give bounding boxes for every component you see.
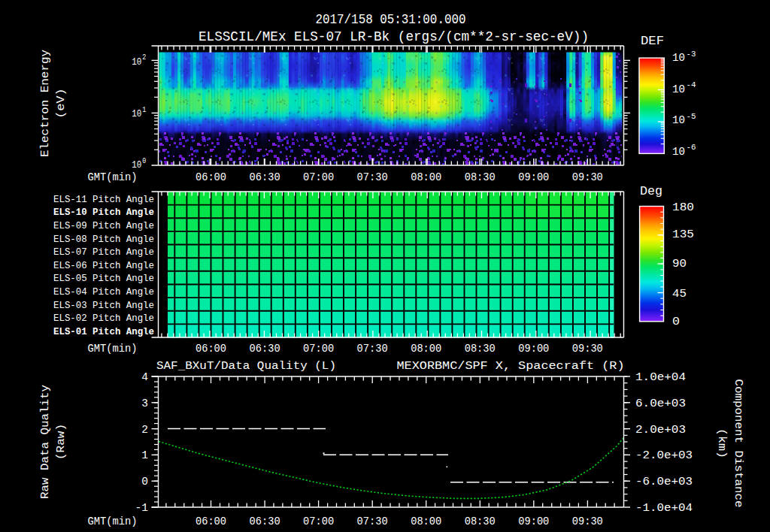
svg-text:09:00: 09:00 — [518, 171, 549, 183]
svg-text:09:00: 09:00 — [518, 343, 549, 355]
svg-text:07:00: 07:00 — [303, 171, 334, 183]
svg-text:Electron Energy: Electron Energy — [39, 49, 51, 157]
svg-text:06:00: 06:00 — [196, 171, 226, 183]
svg-text:06:00: 06:00 — [196, 515, 226, 527]
svg-text:2: 2 — [141, 424, 148, 436]
svg-text:ELS-05 Pitch Angle: ELS-05 Pitch Angle — [53, 273, 154, 284]
svg-text:07:00: 07:00 — [303, 515, 334, 527]
svg-text:1: 1 — [142, 105, 146, 114]
svg-text:07:00: 07:00 — [303, 343, 334, 355]
svg-text:GMT(min): GMT(min) — [88, 515, 138, 527]
svg-text:09:30: 09:30 — [572, 515, 603, 527]
svg-text:ELS-06 Pitch Angle: ELS-06 Pitch Angle — [53, 260, 154, 271]
svg-text:-6: -6 — [687, 143, 696, 152]
svg-text:08:00: 08:00 — [411, 171, 441, 183]
svg-text:0: 0 — [672, 315, 680, 328]
svg-text:ELSSCIL/MEx ELS-07 LR-Bk (erg: ELSSCIL/MEx ELS-07 LR-Bk (ergs/(cm**2-sr… — [199, 29, 589, 44]
svg-text:0: 0 — [141, 476, 148, 488]
svg-text:-5: -5 — [687, 112, 696, 121]
svg-text:2.0e+03: 2.0e+03 — [635, 424, 686, 436]
svg-text:08:30: 08:30 — [465, 343, 496, 355]
svg-text:07:30: 07:30 — [357, 343, 388, 355]
svg-text:2017/158 05:31:00.000: 2017/158 05:31:00.000 — [316, 12, 466, 27]
svg-text:ELS-11 Pitch Angle: ELS-11 Pitch Angle — [53, 194, 154, 205]
svg-text:2: 2 — [142, 53, 146, 62]
svg-text:06:30: 06:30 — [250, 171, 280, 183]
svg-text:-1: -1 — [135, 502, 148, 514]
svg-text:1.0e+04: 1.0e+04 — [635, 371, 686, 383]
svg-text:10: 10 — [672, 114, 685, 127]
svg-text:10: 10 — [132, 159, 141, 171]
svg-text:90: 90 — [672, 257, 687, 271]
svg-text:09:30: 09:30 — [572, 171, 603, 183]
svg-text:06:30: 06:30 — [250, 515, 280, 527]
svg-text:10: 10 — [672, 83, 685, 96]
svg-text:DEF: DEF — [641, 35, 664, 48]
svg-text:ELS-02 Pitch Angle: ELS-02 Pitch Angle — [53, 313, 154, 324]
svg-text:10: 10 — [132, 56, 141, 68]
svg-text:07:30: 07:30 — [357, 515, 388, 527]
svg-text:10: 10 — [672, 52, 685, 65]
svg-text:08:30: 08:30 — [465, 171, 496, 183]
svg-text:ELS-03 Pitch Angle: ELS-03 Pitch Angle — [53, 300, 154, 311]
svg-text:-1.0e+04: -1.0e+04 — [635, 502, 693, 514]
svg-text:06:30: 06:30 — [250, 343, 280, 355]
svg-text:-2.0e+03: -2.0e+03 — [635, 449, 693, 461]
svg-text:-4: -4 — [687, 80, 696, 89]
svg-text:0: 0 — [142, 156, 146, 165]
svg-text:SAF_BXuT/Data Quality (L): SAF_BXuT/Data Quality (L) — [156, 359, 336, 373]
svg-text:(Raw): (Raw) — [55, 424, 67, 460]
svg-text:Deg: Deg — [640, 185, 662, 198]
svg-text:4: 4 — [141, 371, 148, 383]
svg-text:10: 10 — [132, 108, 141, 119]
svg-text:ELS-10 Pitch Angle: ELS-10 Pitch Angle — [53, 207, 154, 218]
svg-text:-3: -3 — [687, 50, 696, 59]
svg-text:GMT(min): GMT(min) — [88, 343, 138, 355]
svg-text:06:00: 06:00 — [196, 343, 226, 355]
svg-text:10: 10 — [672, 146, 685, 159]
svg-text:ELS-01 Pitch Angle: ELS-01 Pitch Angle — [53, 326, 154, 337]
svg-text:1: 1 — [141, 449, 148, 461]
svg-text:Component Distance: Component Distance — [732, 379, 744, 508]
svg-text:09:00: 09:00 — [518, 515, 549, 527]
svg-text:08:00: 08:00 — [411, 515, 441, 527]
svg-text:ELS-07 Pitch Angle: ELS-07 Pitch Angle — [53, 246, 154, 258]
svg-text:45: 45 — [672, 287, 687, 301]
svg-text:-6.0e+03: -6.0e+03 — [635, 476, 693, 488]
svg-text:07:30: 07:30 — [357, 171, 388, 183]
svg-text:ELS-09 Pitch Angle: ELS-09 Pitch Angle — [53, 220, 154, 231]
svg-text:ELS-04 Pitch Angle: ELS-04 Pitch Angle — [53, 286, 154, 298]
svg-text:(eV): (eV) — [55, 89, 67, 119]
svg-text:MEXORBMC/SPF X, Spacecraft (R): MEXORBMC/SPF X, Spacecraft (R) — [397, 359, 625, 373]
svg-text:(km): (km) — [716, 428, 728, 458]
svg-text:135: 135 — [672, 228, 694, 241]
svg-text:6.0e+03: 6.0e+03 — [635, 397, 686, 410]
svg-text:ELS-08 Pitch Angle: ELS-08 Pitch Angle — [53, 234, 154, 245]
svg-text:08:30: 08:30 — [465, 515, 496, 527]
svg-text:08:00: 08:00 — [411, 343, 441, 355]
svg-text:3: 3 — [141, 397, 148, 410]
svg-text:180: 180 — [672, 201, 694, 214]
svg-text:GMT(min): GMT(min) — [88, 171, 138, 183]
svg-text:09:30: 09:30 — [572, 343, 603, 355]
svg-text:Raw Data Quality: Raw Data Quality — [39, 384, 51, 499]
